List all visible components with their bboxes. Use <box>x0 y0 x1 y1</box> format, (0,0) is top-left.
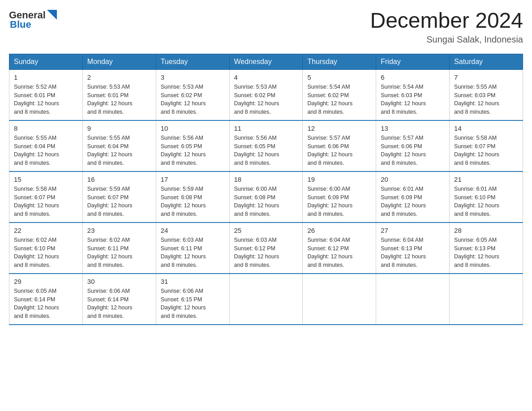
day-number: 11 <box>234 124 298 132</box>
day-info: Sunrise: 6:02 AM Sunset: 6:10 PM Dayligh… <box>14 236 78 270</box>
weekday-header-thursday: Thursday <box>303 54 376 69</box>
calendar-cell: 12 Sunrise: 5:57 AM Sunset: 6:06 PM Dayl… <box>303 120 376 171</box>
day-number: 10 <box>161 124 225 132</box>
calendar-table: SundayMondayTuesdayWednesdayThursdayFrid… <box>9 54 523 325</box>
calendar-week-row: 1 Sunrise: 5:52 AM Sunset: 6:01 PM Dayli… <box>9 69 523 120</box>
day-number: 19 <box>307 176 371 183</box>
day-number: 31 <box>161 278 225 285</box>
calendar-week-row: 29 Sunrise: 6:05 AM Sunset: 6:14 PM Dayl… <box>9 274 523 325</box>
calendar-cell: 14 Sunrise: 5:58 AM Sunset: 6:07 PM Dayl… <box>450 120 523 171</box>
day-info: Sunrise: 5:53 AM Sunset: 6:02 PM Dayligh… <box>234 83 298 116</box>
month-title: December 2024 <box>370 9 523 33</box>
day-number: 26 <box>307 227 371 234</box>
day-info: Sunrise: 6:05 AM Sunset: 6:14 PM Dayligh… <box>14 287 78 321</box>
calendar-cell: 28 Sunrise: 6:05 AM Sunset: 6:13 PM Dayl… <box>450 223 523 274</box>
day-info: Sunrise: 5:59 AM Sunset: 6:07 PM Dayligh… <box>87 185 151 218</box>
calendar-cell: 20 Sunrise: 6:01 AM Sunset: 6:09 PM Dayl… <box>376 171 450 223</box>
day-info: Sunrise: 6:00 AM Sunset: 6:08 PM Dayligh… <box>234 185 298 218</box>
day-number: 9 <box>87 124 151 132</box>
day-info: Sunrise: 5:59 AM Sunset: 6:08 PM Dayligh… <box>161 185 225 218</box>
day-info: Sunrise: 5:55 AM Sunset: 6:03 PM Dayligh… <box>454 83 518 116</box>
weekday-header-sunday: Sunday <box>9 54 83 69</box>
day-number: 24 <box>161 227 225 234</box>
day-info: Sunrise: 6:03 AM Sunset: 6:12 PM Dayligh… <box>234 236 298 270</box>
calendar-cell: 30 Sunrise: 6:06 AM Sunset: 6:14 PM Dayl… <box>82 274 156 325</box>
day-number: 28 <box>454 227 518 234</box>
svg-marker-0 <box>47 10 57 20</box>
calendar-cell: 7 Sunrise: 5:55 AM Sunset: 6:03 PM Dayli… <box>450 69 523 120</box>
logo-blue: Blue <box>10 19 31 30</box>
day-number: 6 <box>381 73 445 81</box>
weekday-header-friday: Friday <box>376 54 450 69</box>
day-number: 3 <box>161 73 225 81</box>
logo-triangle-icon <box>47 10 57 20</box>
day-number: 8 <box>14 124 78 132</box>
calendar-week-row: 22 Sunrise: 6:02 AM Sunset: 6:10 PM Dayl… <box>9 223 523 274</box>
day-info: Sunrise: 6:04 AM Sunset: 6:13 PM Dayligh… <box>381 236 445 270</box>
calendar-cell: 11 Sunrise: 5:56 AM Sunset: 6:05 PM Dayl… <box>229 120 303 171</box>
calendar-cell: 3 Sunrise: 5:53 AM Sunset: 6:02 PM Dayli… <box>156 69 229 120</box>
day-number: 7 <box>454 73 518 81</box>
calendar-week-row: 15 Sunrise: 5:58 AM Sunset: 6:07 PM Dayl… <box>9 171 523 223</box>
day-number: 4 <box>234 73 298 81</box>
day-number: 29 <box>14 278 78 285</box>
calendar-cell: 29 Sunrise: 6:05 AM Sunset: 6:14 PM Dayl… <box>9 274 83 325</box>
day-number: 27 <box>381 227 445 234</box>
day-number: 17 <box>161 176 225 183</box>
calendar-cell <box>229 274 303 325</box>
calendar-week-row: 8 Sunrise: 5:55 AM Sunset: 6:04 PM Dayli… <box>9 120 523 171</box>
day-number: 14 <box>454 124 518 132</box>
day-info: Sunrise: 6:00 AM Sunset: 6:09 PM Dayligh… <box>307 185 371 218</box>
day-number: 21 <box>454 176 518 183</box>
day-info: Sunrise: 6:05 AM Sunset: 6:13 PM Dayligh… <box>454 236 518 270</box>
calendar-cell: 8 Sunrise: 5:55 AM Sunset: 6:04 PM Dayli… <box>9 120 83 171</box>
calendar-cell: 10 Sunrise: 5:56 AM Sunset: 6:05 PM Dayl… <box>156 120 229 171</box>
day-info: Sunrise: 5:55 AM Sunset: 6:04 PM Dayligh… <box>87 134 151 167</box>
calendar-cell <box>303 274 376 325</box>
calendar-cell: 4 Sunrise: 5:53 AM Sunset: 6:02 PM Dayli… <box>229 69 303 120</box>
day-info: Sunrise: 5:57 AM Sunset: 6:06 PM Dayligh… <box>307 134 371 167</box>
day-info: Sunrise: 5:56 AM Sunset: 6:05 PM Dayligh… <box>161 134 225 167</box>
weekday-header-row: SundayMondayTuesdayWednesdayThursdayFrid… <box>9 54 523 69</box>
day-number: 16 <box>87 176 151 183</box>
day-number: 12 <box>307 124 371 132</box>
day-info: Sunrise: 6:03 AM Sunset: 6:11 PM Dayligh… <box>161 236 225 270</box>
day-number: 20 <box>381 176 445 183</box>
page-header: General Blue December 2024 Sungai Salak,… <box>9 9 523 45</box>
day-info: Sunrise: 5:57 AM Sunset: 6:06 PM Dayligh… <box>381 134 445 167</box>
calendar-cell: 18 Sunrise: 6:00 AM Sunset: 6:08 PM Dayl… <box>229 171 303 223</box>
weekday-header-monday: Monday <box>82 54 156 69</box>
calendar-cell: 22 Sunrise: 6:02 AM Sunset: 6:10 PM Dayl… <box>9 223 83 274</box>
calendar-cell: 1 Sunrise: 5:52 AM Sunset: 6:01 PM Dayli… <box>9 69 83 120</box>
calendar-cell: 6 Sunrise: 5:54 AM Sunset: 6:03 PM Dayli… <box>376 69 450 120</box>
title-section: December 2024 Sungai Salak, Indonesia <box>370 9 523 45</box>
location: Sungai Salak, Indonesia <box>370 34 523 45</box>
day-info: Sunrise: 5:56 AM Sunset: 6:05 PM Dayligh… <box>234 134 298 167</box>
day-info: Sunrise: 5:54 AM Sunset: 6:02 PM Dayligh… <box>307 83 371 116</box>
day-info: Sunrise: 5:54 AM Sunset: 6:03 PM Dayligh… <box>381 83 445 116</box>
calendar-cell: 16 Sunrise: 5:59 AM Sunset: 6:07 PM Dayl… <box>82 171 156 223</box>
day-number: 5 <box>307 73 371 81</box>
calendar-cell: 24 Sunrise: 6:03 AM Sunset: 6:11 PM Dayl… <box>156 223 229 274</box>
day-number: 30 <box>87 278 151 285</box>
day-info: Sunrise: 5:55 AM Sunset: 6:04 PM Dayligh… <box>14 134 78 167</box>
calendar-cell: 27 Sunrise: 6:04 AM Sunset: 6:13 PM Dayl… <box>376 223 450 274</box>
day-info: Sunrise: 6:04 AM Sunset: 6:12 PM Dayligh… <box>307 236 371 270</box>
calendar-cell: 26 Sunrise: 6:04 AM Sunset: 6:12 PM Dayl… <box>303 223 376 274</box>
day-number: 2 <box>87 73 151 81</box>
calendar-cell: 15 Sunrise: 5:58 AM Sunset: 6:07 PM Dayl… <box>9 171 83 223</box>
logo: General Blue <box>9 9 57 30</box>
calendar-cell: 17 Sunrise: 5:59 AM Sunset: 6:08 PM Dayl… <box>156 171 229 223</box>
day-info: Sunrise: 6:02 AM Sunset: 6:11 PM Dayligh… <box>87 236 151 270</box>
calendar-cell: 19 Sunrise: 6:00 AM Sunset: 6:09 PM Dayl… <box>303 171 376 223</box>
day-number: 13 <box>381 124 445 132</box>
calendar-cell: 9 Sunrise: 5:55 AM Sunset: 6:04 PM Dayli… <box>82 120 156 171</box>
day-number: 25 <box>234 227 298 234</box>
day-info: Sunrise: 5:53 AM Sunset: 6:01 PM Dayligh… <box>87 83 151 116</box>
calendar-cell: 31 Sunrise: 6:06 AM Sunset: 6:15 PM Dayl… <box>156 274 229 325</box>
calendar-cell <box>376 274 450 325</box>
day-number: 1 <box>14 73 78 81</box>
day-number: 23 <box>87 227 151 234</box>
day-info: Sunrise: 6:06 AM Sunset: 6:15 PM Dayligh… <box>161 287 225 321</box>
calendar-cell: 2 Sunrise: 5:53 AM Sunset: 6:01 PM Dayli… <box>82 69 156 120</box>
